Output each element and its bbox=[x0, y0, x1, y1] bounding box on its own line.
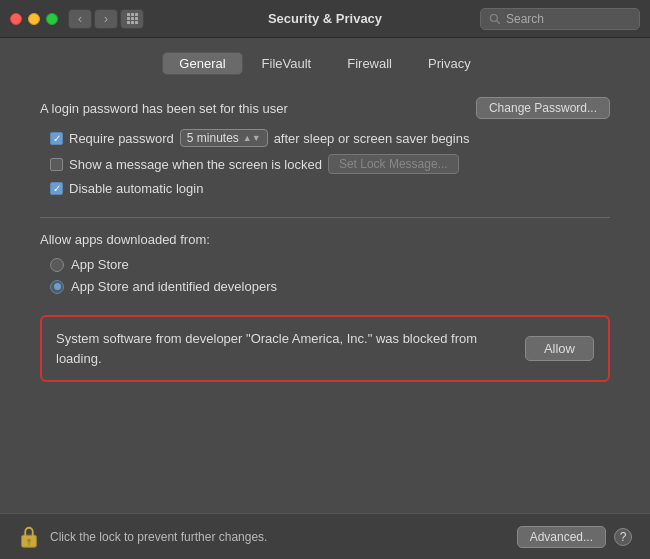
titlebar: ‹ › Security & Privacy Search bbox=[0, 0, 650, 38]
app-store-label: App Store bbox=[71, 257, 129, 272]
divider bbox=[40, 217, 610, 218]
alert-text: System software from developer "Oracle A… bbox=[56, 329, 511, 368]
change-password-button[interactable]: Change Password... bbox=[476, 97, 610, 119]
require-password-suffix: after sleep or screen saver begins bbox=[274, 131, 470, 146]
maximize-button[interactable] bbox=[46, 13, 58, 25]
password-row: A login password has been set for this u… bbox=[40, 97, 610, 119]
app-store-radio[interactable] bbox=[50, 258, 64, 272]
app-store-identified-label: App Store and identified developers bbox=[71, 279, 277, 294]
svg-rect-0 bbox=[127, 13, 130, 16]
tab-privacy[interactable]: Privacy bbox=[411, 52, 488, 75]
back-button[interactable]: ‹ bbox=[68, 9, 92, 29]
svg-line-10 bbox=[497, 20, 500, 23]
svg-rect-2 bbox=[135, 13, 138, 16]
require-password-row: ✓ Require password 5 minutes ▲▼ after sl… bbox=[40, 129, 610, 147]
dropdown-arrow-icon: ▲▼ bbox=[243, 133, 261, 143]
show-message-row: Show a message when the screen is locked… bbox=[40, 154, 610, 174]
nav-buttons: ‹ › bbox=[68, 9, 118, 29]
app-store-radio-row: App Store bbox=[40, 257, 610, 272]
tab-firewall[interactable]: Firewall bbox=[330, 52, 409, 75]
show-message-checkbox[interactable] bbox=[50, 158, 63, 171]
require-password-label: Require password bbox=[69, 131, 174, 146]
require-password-checkbox[interactable]: ✓ bbox=[50, 132, 63, 145]
tab-general[interactable]: General bbox=[162, 52, 242, 75]
advanced-button[interactable]: Advanced... bbox=[517, 526, 606, 548]
app-store-identified-radio[interactable] bbox=[50, 280, 64, 294]
require-password-dropdown[interactable]: 5 minutes ▲▼ bbox=[180, 129, 268, 147]
window-title: Security & Privacy bbox=[268, 11, 382, 26]
allow-apps-label: Allow apps downloaded from: bbox=[40, 232, 610, 247]
disable-login-row: ✓ Disable automatic login bbox=[40, 181, 610, 196]
disable-login-checkbox[interactable]: ✓ bbox=[50, 182, 63, 195]
minimize-button[interactable] bbox=[28, 13, 40, 25]
search-box[interactable]: Search bbox=[480, 8, 640, 30]
svg-rect-3 bbox=[127, 17, 130, 20]
allow-button[interactable]: Allow bbox=[525, 336, 594, 361]
tab-filevault[interactable]: FileVault bbox=[245, 52, 329, 75]
lock-icon[interactable] bbox=[18, 524, 40, 550]
traffic-lights bbox=[10, 13, 58, 25]
show-message-label: Show a message when the screen is locked bbox=[69, 157, 322, 172]
disable-login-label: Disable automatic login bbox=[69, 181, 203, 196]
footer-text: Click the lock to prevent further change… bbox=[50, 530, 517, 544]
general-panel: A login password has been set for this u… bbox=[0, 87, 650, 513]
help-button[interactable]: ? bbox=[614, 528, 632, 546]
svg-rect-6 bbox=[127, 21, 130, 24]
svg-rect-4 bbox=[131, 17, 134, 20]
forward-button[interactable]: › bbox=[94, 9, 118, 29]
svg-point-12 bbox=[27, 538, 31, 542]
require-password-value: 5 minutes bbox=[187, 131, 239, 145]
close-button[interactable] bbox=[10, 13, 22, 25]
footer: Click the lock to prevent further change… bbox=[0, 513, 650, 559]
svg-rect-7 bbox=[131, 21, 134, 24]
svg-rect-8 bbox=[135, 21, 138, 24]
set-lock-message-button[interactable]: Set Lock Message... bbox=[328, 154, 459, 174]
app-store-identified-radio-row: App Store and identified developers bbox=[40, 279, 610, 294]
tab-bar: General FileVault Firewall Privacy bbox=[0, 38, 650, 87]
alert-box: System software from developer "Oracle A… bbox=[40, 315, 610, 382]
grid-button[interactable] bbox=[120, 9, 144, 29]
svg-rect-5 bbox=[135, 17, 138, 20]
password-info-label: A login password has been set for this u… bbox=[40, 101, 288, 116]
search-placeholder: Search bbox=[506, 12, 544, 26]
search-icon bbox=[489, 13, 501, 25]
svg-rect-1 bbox=[131, 13, 134, 16]
main-content: General FileVault Firewall Privacy A log… bbox=[0, 38, 650, 559]
